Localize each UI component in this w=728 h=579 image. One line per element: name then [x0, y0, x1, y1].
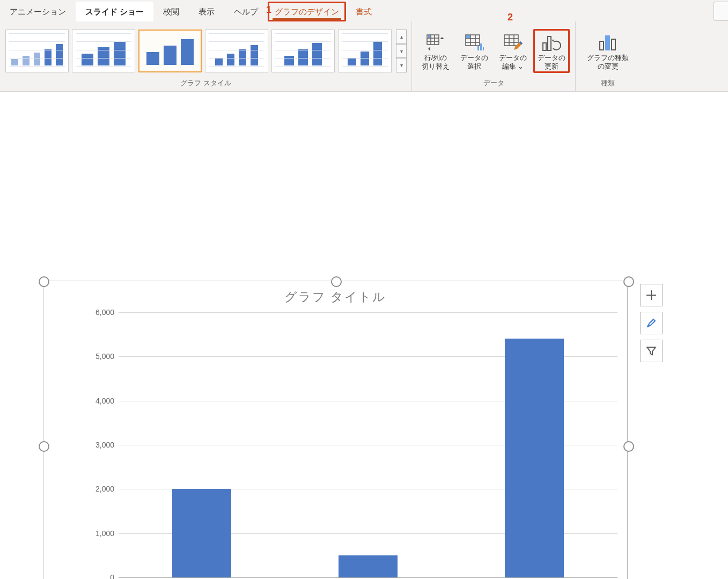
chart-object[interactable]: グラフ タイトル 01,0002,0003,0004,0005,0006,000… [43, 281, 628, 579]
refresh-data-button[interactable]: データの 更新 [533, 29, 570, 72]
tab-chart-design-label: グラフのデザイン [275, 7, 339, 16]
tab-animation[interactable]: アニメーション [0, 2, 76, 21]
annotation-2: 2 [508, 12, 513, 23]
gallery-scroll-down[interactable]: ▾ [396, 44, 407, 58]
edit-data-icon [503, 33, 523, 53]
x-axis-baseline [119, 577, 617, 578]
plus-icon [645, 289, 657, 301]
group-label-data: データ [483, 77, 504, 90]
tab-chart-design[interactable]: グラフのデザイン [268, 2, 346, 21]
change-chart-type-button[interactable]: グラフの種類 の変更 [581, 29, 635, 72]
ribbon: ▴ ▾ ▾ グラフ スタイル 行/列の 切り替え データの 選択 [0, 21, 728, 92]
svg-rect-15 [504, 35, 518, 46]
switch-row-col-icon [425, 33, 446, 53]
svg-rect-13 [480, 43, 482, 50]
chart-style-4[interactable] [205, 30, 268, 72]
switch-row-col-button[interactable]: 行/列の 切り替え [417, 29, 454, 72]
refresh-data-icon [541, 33, 562, 53]
funnel-icon [645, 345, 657, 357]
svg-rect-24 [612, 39, 615, 50]
chart-title[interactable]: グラフ タイトル [43, 289, 627, 305]
svg-rect-5 [428, 35, 430, 38]
chart-elements-button[interactable] [640, 284, 663, 306]
y-axis-label: 0 [76, 573, 114, 579]
y-axis-label: 3,000 [76, 441, 114, 449]
edit-data-label: データの 編集 ⌄ [499, 54, 527, 71]
chart-bar[interactable] [505, 339, 564, 577]
chart-bar[interactable] [172, 489, 231, 577]
group-type: グラフの種類 の変更 種類 [576, 21, 640, 91]
group-label-type: 種類 [601, 77, 615, 90]
chart-bar[interactable] [339, 555, 398, 577]
change-chart-type-label: グラフの種類 の変更 [587, 54, 629, 71]
svg-rect-20 [543, 43, 546, 50]
handle-ml[interactable] [39, 441, 49, 452]
gallery-scroll-more[interactable]: ▾ [396, 58, 407, 72]
edit-data-button[interactable]: データの 編集 ⌄ [495, 29, 531, 72]
y-axis-label: 6,000 [76, 308, 114, 317]
chart-style-3[interactable] [138, 30, 202, 72]
chart-style-5[interactable] [271, 30, 335, 72]
chart-style-2[interactable] [72, 30, 135, 72]
tab-view[interactable]: 表示 [189, 2, 224, 21]
group-data: 行/列の 切り替え データの 選択 データの 編集 ⌄ 2 データの 更新 [412, 21, 576, 91]
tab-help[interactable]: ヘルプ [224, 2, 268, 21]
chart-style-gallery: ▴ ▾ ▾ [5, 30, 407, 72]
chart-style-6[interactable] [338, 30, 392, 72]
svg-rect-11 [466, 35, 470, 38]
brush-icon [645, 317, 657, 329]
edit-data-caret: ⌄ [518, 63, 524, 70]
refresh-data-label: データの 更新 [538, 54, 565, 71]
share-button[interactable] [714, 2, 728, 21]
handle-tl[interactable] [39, 276, 49, 287]
handle-mr[interactable] [623, 441, 634, 452]
tab-review[interactable]: 校閲 [153, 2, 189, 21]
gridline [119, 312, 617, 313]
y-axis-label: 5,000 [76, 352, 114, 361]
group-label-styles: グラフ スタイル [180, 77, 231, 90]
svg-rect-14 [483, 47, 484, 50]
tab-underline [273, 18, 341, 20]
chart-filter-button[interactable] [640, 340, 663, 362]
select-data-icon [464, 33, 484, 53]
ribbon-tab-row: アニメーション スライド ショー 校閲 表示 ヘルプ 1 グラフのデザイン 書式 [0, 0, 728, 21]
y-axis-label: 1,000 [76, 529, 114, 538]
ribbon-separator [0, 92, 728, 108]
tab-format[interactable]: 書式 [346, 2, 381, 21]
svg-rect-22 [600, 41, 604, 50]
switch-row-col-label: 行/列の 切り替え [422, 54, 450, 71]
select-data-button[interactable]: データの 選択 [456, 29, 492, 72]
y-axis-label: 4,000 [76, 397, 114, 405]
handle-tr[interactable] [623, 276, 634, 287]
gallery-scroll: ▴ ▾ ▾ [396, 30, 407, 72]
chart-style-1[interactable] [5, 30, 69, 72]
y-axis-label: 2,000 [76, 485, 114, 493]
group-chart-styles: ▴ ▾ ▾ グラフ スタイル [0, 21, 412, 91]
gallery-scroll-up[interactable]: ▴ [396, 30, 407, 44]
tab-slideshow[interactable]: スライド ショー [76, 2, 153, 21]
select-data-label: データの 選択 [460, 54, 488, 71]
change-chart-type-icon [598, 33, 618, 53]
chart-styles-button[interactable] [640, 312, 663, 334]
svg-rect-21 [548, 36, 551, 50]
chart-plot-area[interactable]: 01,0002,0003,0004,0005,0006,000AさんBさんCさん [76, 312, 617, 577]
svg-rect-12 [477, 46, 479, 50]
handle-tm[interactable] [331, 276, 342, 287]
svg-rect-23 [606, 36, 609, 50]
